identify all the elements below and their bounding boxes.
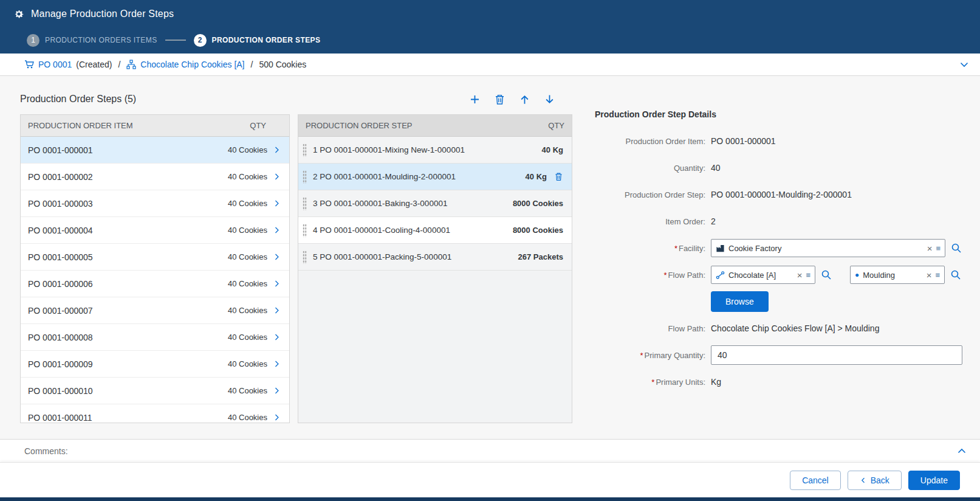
facility-input[interactable]: Cookie Factory × ≡: [711, 239, 945, 257]
chevron-right-icon: [273, 146, 281, 154]
flow-step-search-icon[interactable]: [950, 269, 961, 280]
wizard-step-orders-items[interactable]: 1 PRODUCTION ORDERS ITEMS: [27, 34, 157, 47]
required-asterisk: *: [664, 271, 667, 280]
delete-step-icon[interactable]: [554, 172, 563, 181]
column-header-qty: QTY: [548, 121, 564, 130]
facility-search-icon[interactable]: [951, 243, 962, 254]
field-label-primary-quantity: *Primary Quantity:: [595, 351, 705, 360]
flow-search-icon[interactable]: [821, 269, 832, 280]
item-id: PO 0001-000009: [28, 359, 93, 369]
item-qty: 40 Cookies: [228, 413, 267, 422]
item-qty: 40 Cookies: [228, 252, 267, 261]
item-qty: 40 Cookies: [228, 306, 267, 315]
comments-section-header[interactable]: Comments:: [0, 439, 980, 462]
add-step-icon[interactable]: [469, 94, 481, 105]
step-row[interactable]: 5 PO 0001-000001-Packing-5-000001267 Pac…: [298, 244, 572, 271]
item-row[interactable]: PO 0001-00000940 Cookies: [21, 351, 289, 378]
product-link[interactable]: Chocolate Chip Cookies [A]: [140, 60, 244, 69]
item-qty: 40 Cookies: [228, 359, 267, 368]
item-id: PO 0001-000004: [28, 226, 93, 235]
update-button[interactable]: Update: [908, 471, 960, 490]
clear-icon[interactable]: ×: [797, 271, 803, 280]
step-qty: 8000 Cookies: [513, 199, 563, 208]
main-content: Production Order Steps (5) PRODUCT: [0, 76, 980, 439]
clear-icon[interactable]: ×: [927, 244, 933, 253]
item-row[interactable]: PO 0001-00000240 Cookies: [21, 164, 289, 190]
item-id: PO 0001-000003: [28, 199, 93, 209]
details-title: Production Order Step Details: [595, 109, 962, 119]
move-down-icon[interactable]: [544, 94, 555, 105]
chevron-right-icon: [273, 333, 281, 341]
step-row[interactable]: 4 PO 0001-000001-Cooling-4-0000018000 Co…: [298, 217, 572, 244]
drag-handle-icon[interactable]: [303, 197, 307, 210]
order-quantity: 500 Cookies: [259, 60, 306, 69]
item-qty: 40 Cookies: [228, 386, 267, 395]
browse-button[interactable]: Browse: [711, 291, 769, 312]
window-bottom-strip: [0, 497, 980, 501]
back-label: Back: [871, 475, 889, 485]
flow-path-flow-input[interactable]: Chocolate [A] × ≡: [711, 266, 815, 284]
order-link[interactable]: PO 0001: [38, 60, 72, 69]
item-row[interactable]: PO 0001-00000440 Cookies: [21, 217, 289, 244]
item-row[interactable]: PO 0001-00001040 Cookies: [21, 378, 289, 404]
step-row[interactable]: 1 PO 0001-000001-Mixing New-1-00000140 K…: [298, 137, 572, 164]
items-table: PRODUCTION ORDER ITEM QTY PO 0001-000001…: [20, 114, 290, 423]
steps-table: PRODUCTION ORDER STEP QTY 1 PO 0001-0000…: [298, 114, 572, 423]
field-label-production-order-step: Production Order Step:: [595, 190, 705, 199]
chevron-right-icon: [273, 306, 281, 314]
steps-table-header: PRODUCTION ORDER STEP QTY: [298, 115, 572, 137]
chevron-right-icon: [273, 173, 281, 181]
item-row[interactable]: PO 0001-00001140 Cookies: [21, 404, 289, 423]
step-row[interactable]: 3 PO 0001-000001-Baking-3-0000018000 Coo…: [298, 190, 572, 217]
move-up-icon[interactable]: [519, 94, 530, 105]
step-label: PRODUCTION ORDER STEPS: [212, 36, 321, 44]
flow-path-step-input[interactable]: ● Moulding × ≡: [850, 266, 945, 284]
field-label-primary-units: *Primary Units:: [595, 378, 705, 387]
flow-icon: [716, 271, 725, 280]
breadcrumb-bar: PO 0001 (Created) / Chocolate Chip Cooki…: [0, 54, 980, 76]
chevron-down-icon[interactable]: [959, 60, 969, 69]
step-name: 2 PO 0001-000001-Moulding-2-000001: [313, 172, 456, 181]
step-name: 5 PO 0001-000001-Packing-5-000001: [313, 252, 451, 261]
item-row[interactable]: PO 0001-00000340 Cookies: [21, 190, 289, 217]
item-row[interactable]: PO 0001-00000840 Cookies: [21, 324, 289, 351]
value-production-order-item: PO 0001-000001: [711, 136, 776, 146]
field-label-flow-path-display: Flow Path:: [595, 324, 705, 333]
item-qty: 40 Cookies: [228, 226, 267, 235]
item-id: PO 0001-000006: [28, 279, 93, 289]
drag-handle-icon[interactable]: [303, 143, 307, 157]
step-label: PRODUCTION ORDERS ITEMS: [45, 36, 157, 44]
drag-handle-icon[interactable]: [303, 170, 307, 184]
bom-icon: [126, 60, 136, 69]
value-help-icon[interactable]: ≡: [936, 244, 941, 252]
drag-handle-icon[interactable]: [303, 250, 307, 264]
chevron-right-icon: [273, 360, 281, 368]
gear-icon: [13, 9, 24, 19]
delete-step-toolbar-icon[interactable]: [494, 94, 505, 105]
required-asterisk: *: [640, 351, 643, 360]
item-row[interactable]: PO 0001-00000540 Cookies: [21, 244, 289, 271]
item-row[interactable]: PO 0001-00000640 Cookies: [21, 271, 289, 297]
item-row[interactable]: PO 0001-00000740 Cookies: [21, 297, 289, 324]
drag-handle-icon[interactable]: [303, 224, 307, 237]
value-help-icon[interactable]: ≡: [806, 271, 810, 279]
step-row[interactable]: 2 PO 0001-000001-Moulding-2-00000140 Kg: [298, 164, 572, 190]
steps-toolbar: [469, 94, 555, 105]
clear-icon[interactable]: ×: [927, 271, 932, 280]
wizard: 1 PRODUCTION ORDERS ITEMS 2 PRODUCTION O…: [0, 28, 980, 52]
steps-panel: Production Order Steps (5) PRODUCT: [20, 76, 572, 439]
value-help-icon[interactable]: ≡: [935, 271, 940, 279]
breadcrumb-separator: /: [118, 60, 120, 69]
step-name: 3 PO 0001-000001-Baking-3-000001: [313, 199, 447, 208]
factory-icon: [716, 244, 725, 253]
back-button[interactable]: Back: [848, 471, 902, 490]
wizard-step-order-steps[interactable]: 2 PRODUCTION ORDER STEPS: [194, 34, 321, 47]
footer-bar: Cancel Back Update: [0, 462, 980, 497]
primary-quantity-input[interactable]: [711, 345, 962, 365]
chevron-up-icon[interactable]: [957, 446, 967, 456]
cancel-button[interactable]: Cancel: [790, 471, 841, 490]
item-qty: 40 Cookies: [228, 279, 267, 288]
chevron-right-icon: [273, 413, 281, 421]
item-qty: 40 Cookies: [228, 199, 267, 208]
item-row[interactable]: PO 0001-00000140 Cookies: [21, 137, 289, 164]
